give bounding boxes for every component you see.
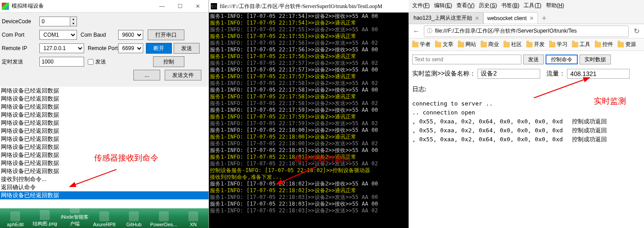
taskbar-item[interactable]: XN	[179, 211, 208, 227]
console-line: 服务1-INFO: [17-07-05 22:18:03]>>设备2>>发送>>…	[209, 194, 409, 201]
window-title: 模拟终端设备	[12, 2, 153, 10]
log-line[interactable]: 网络设备已经返回数据	[0, 135, 209, 143]
control-cmd-button[interactable]: 控制命令	[546, 55, 578, 64]
bookmark-item[interactable]: 工具	[570, 40, 592, 49]
url-input[interactable]: ⓘ file:///F:/工作目录/工作区/平台软件/ServerSuperIO…	[424, 25, 629, 37]
taskbar-item[interactable]: aphEdit	[1, 211, 30, 227]
close-button[interactable]: ✕	[189, 1, 207, 12]
console-line: 服务1-INFO: [17-07-05 22:18:00]>>设备2>>通讯正常	[209, 134, 409, 140]
console-line: 服务1-INFO: [17-07-05 22:18:02]>>设备2>>接收>>…	[209, 181, 409, 187]
bookmark-item[interactable]: 社区	[502, 40, 524, 49]
info-icon: ⓘ	[427, 27, 432, 35]
remoteport-select[interactable]: 6699	[118, 43, 143, 53]
taskbar-item[interactable]: PowerDes...	[149, 211, 178, 227]
console-line: 服务1-INFO: [17-07-05 22:17:57]>>设备2>>接收>>…	[209, 67, 409, 73]
browse-button[interactable]: ...	[133, 70, 160, 80]
reload-button[interactable]: ↻	[631, 25, 642, 37]
log-line[interactable]: 网络设备已经返回数据	[0, 87, 209, 95]
text-to-send-input[interactable]	[412, 55, 521, 64]
menu-item[interactable]: 工具(T)	[522, 1, 543, 10]
tabbar: hao123_上网从这里开始✕websocket client✕+	[409, 11, 644, 24]
log-line[interactable]: 网络设备已经返回数据	[0, 167, 209, 175]
menu-item[interactable]: 查看(V)	[455, 1, 476, 10]
taskbar-item[interactable]: AxureRP8	[90, 211, 119, 227]
combaud-select[interactable]: 9600	[118, 30, 143, 40]
console-line: 服务1-INFO: [17-07-05 22:17:55]>>设备2>>通讯正常	[209, 33, 409, 40]
realtime-data-button[interactable]: 实时数据	[580, 55, 611, 64]
flow-label: 流量：	[546, 70, 565, 78]
log-line[interactable]: 网络设备已经返回数据	[0, 111, 209, 119]
console-body[interactable]: 服务1-INFO: [17-07-05 22:17:54]>>设备2>>接收>>…	[209, 13, 409, 215]
back-button[interactable]: ←	[410, 25, 422, 37]
comport-select[interactable]: COM1	[39, 30, 77, 40]
monitor-device-label: 实时监测>>设备名称：	[412, 70, 476, 78]
spin-down-icon[interactable]: ▼	[70, 21, 77, 26]
console-line: 服务1-INFO: [17-07-05 22:17:59]>>设备2>>发送>>…	[209, 120, 409, 127]
tab-close-icon[interactable]: ✕	[529, 15, 534, 21]
menu-item[interactable]: 历史(S)	[477, 1, 499, 10]
annotation-mid: 命令中转与返回	[294, 156, 350, 162]
timersend-input[interactable]	[39, 57, 84, 67]
sendfile-button[interactable]: 发送文件	[165, 70, 201, 80]
console-line: 服务1-INFO: [17-07-05 22:18:01]>>设备2>>接收>>…	[209, 147, 409, 154]
log-line[interactable]: 网络设备已经返回数据	[0, 127, 209, 135]
send-checkbox[interactable]: 发送	[88, 58, 106, 66]
open-serial-button[interactable]: 打开串口	[148, 30, 184, 40]
app-icon	[2, 3, 9, 10]
bookmark-item[interactable]: 文章	[433, 40, 455, 49]
bookmark-item[interactable]: 网站	[456, 40, 478, 49]
folder-icon	[503, 42, 510, 47]
devicecode-input[interactable]: ▲▼	[39, 17, 77, 26]
send-button[interactable]: 发送	[174, 43, 200, 54]
console-window: C:\ file:///F:/工作目录/工作区/平台软件/ServerSuper…	[209, 0, 409, 228]
log-line[interactable]: 网络设备已经返回数据	[0, 143, 209, 151]
bookmark-item[interactable]: 学者	[410, 40, 432, 49]
log-line[interactable]: 网络设备已经返回数据	[0, 103, 209, 111]
console-line: 服务1-INFO: [17-07-05 22:18:00]>>设备2>>接收>>…	[209, 127, 409, 134]
console-line: 服务1-INFO: [17-07-05 22:17:56]>>设备2>>接收>>…	[209, 46, 409, 53]
menu-item[interactable]: 书签(B)	[499, 1, 521, 10]
console-line: 服务1-INFO: [17-07-05 22:17:55]>>设备2>>发送>>…	[209, 26, 409, 33]
console-line: 服务1-INFO: [17-07-05 22:17:54]>>设备2>>接收>>…	[209, 13, 409, 20]
page-content: 发送 控制命令 实时数据 实时监测>>设备名称： 设备2 流量： 408.132…	[409, 51, 644, 228]
taskbar-item[interactable]: 结构图.png	[30, 210, 59, 227]
bookmark-item[interactable]: 资源	[616, 40, 638, 49]
control-button[interactable]: 控制	[153, 56, 184, 67]
menu-item[interactable]: 文件(F)	[410, 1, 431, 10]
browser-tab[interactable]: websocket client✕	[483, 12, 538, 24]
folder-icon	[526, 42, 533, 47]
tab-close-icon[interactable]: ✕	[475, 15, 479, 21]
page-send-button[interactable]: 发送	[523, 55, 544, 64]
menu-item[interactable]: 编辑(E)	[432, 1, 454, 10]
minimize-button[interactable]: —	[153, 1, 171, 12]
menu-item[interactable]: 帮助(H)	[544, 1, 566, 10]
log-listbox[interactable]: 传感器接收到命令 网络设备已经返回数据网络设备已经返回数据网络设备已经返回数据网…	[0, 87, 209, 208]
log-line[interactable]: 接收到控制命令...	[0, 175, 209, 183]
log-line[interactable]: 网络设备已经返回数据	[0, 95, 209, 103]
disconnect-button[interactable]: 断开	[146, 43, 172, 54]
taskbar-item[interactable]: GitHub	[119, 211, 148, 227]
new-tab-button[interactable]: +	[538, 13, 550, 24]
folder-icon	[481, 42, 487, 47]
flow-value-box: 408.1321	[567, 69, 630, 79]
folder-icon	[458, 42, 464, 47]
remoteip-label: Remote IP	[2, 45, 39, 51]
bookmark-item[interactable]: 控件	[593, 40, 615, 49]
log-line-selected[interactable]: 网络设备已经返回数据	[0, 191, 209, 199]
taskbar-item[interactable]: iNode智能客户端	[60, 208, 89, 227]
bookmark-item[interactable]: 学习	[547, 40, 569, 49]
console-titlebar: C:\ file:///F:/工作目录/工作区/平台软件/ServerSuper…	[209, 0, 409, 13]
browser-tab[interactable]: hao123_上网从这里开始✕	[409, 12, 483, 24]
log-line[interactable]: 网络设备已经返回数据	[0, 119, 209, 127]
spin-up-icon[interactable]: ▲	[70, 17, 77, 21]
folder-icon	[595, 42, 601, 47]
device-simulator-window: 模拟终端设备 — ☐ ✕ DeviceCode ▲▼ Com Port COM1…	[0, 0, 209, 228]
bookmark-item[interactable]: 商业	[479, 40, 501, 49]
bookmark-item[interactable]: 开发	[525, 40, 546, 49]
annotation-right: 实时监测	[594, 96, 626, 106]
maximize-button[interactable]: ☐	[171, 1, 189, 12]
log-line[interactable]: 返回确认命令	[0, 183, 209, 191]
annotation-left: 传感器接收到命令	[94, 154, 158, 162]
remoteip-select[interactable]: 127.0.0.1	[39, 43, 84, 53]
folder-icon	[435, 42, 441, 47]
